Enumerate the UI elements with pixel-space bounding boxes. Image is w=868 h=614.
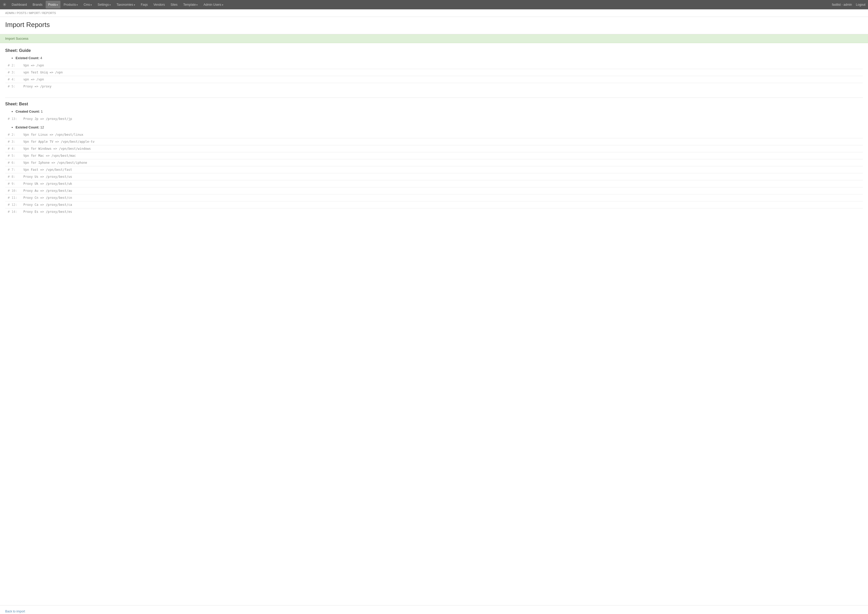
row-num: # 3: bbox=[5, 69, 21, 76]
row-text: Proxy Jp => /proxy/best/jp bbox=[21, 115, 863, 122]
nav-item-faqs[interactable]: Faqs bbox=[138, 1, 150, 9]
row-num: # 5: bbox=[5, 152, 21, 159]
table-row: # 8: Proxy Us => /proxy/best/us bbox=[5, 174, 863, 180]
row-text: Vpn for Iphone => /vpn/best/iphone bbox=[21, 159, 863, 166]
table-row: # 2: Vpn for Linux => /vpn/best/linux bbox=[5, 131, 863, 138]
row-num: # 9: bbox=[5, 180, 21, 188]
nav-item-dashboard[interactable]: Dashboard bbox=[9, 1, 29, 9]
nav-item-posts[interactable]: Posts bbox=[46, 1, 61, 9]
row-text: Vpn Fast => /vpn/best/fast bbox=[21, 166, 863, 174]
guide-existed-table: # 2: Vpn => /vpn # 3: vpn Test Uniq => /… bbox=[5, 62, 863, 90]
table-row: # 6: Vpn for Iphone => /vpn/best/iphone bbox=[5, 159, 863, 166]
table-row: # 7: Vpn Fast => /vpn/best/fast bbox=[5, 166, 863, 174]
nav-item-admin-users[interactable]: Admin Users bbox=[201, 1, 226, 9]
table-row: # 4: Vpn for Windows => /vpn/best/window… bbox=[5, 145, 863, 152]
page-title: Import Reports bbox=[5, 21, 863, 29]
row-num: # 3: bbox=[5, 138, 21, 145]
row-num: # 14: bbox=[5, 208, 21, 216]
nav-item-cms[interactable]: Cms bbox=[81, 1, 95, 9]
row-text: vpn => /vpn bbox=[21, 76, 863, 83]
table-row: # 5: Vpn for Mac => /vpn/best/mac bbox=[5, 152, 863, 159]
row-num: # 2: bbox=[5, 62, 21, 69]
table-row: # 4: vpn => /vpn bbox=[5, 76, 863, 83]
breadcrumb-posts[interactable]: POSTS bbox=[17, 11, 26, 14]
success-banner: Import Success bbox=[0, 34, 868, 43]
sheet-guide: Sheet: Guide Existed Count: 4 # 2: Vpn =… bbox=[5, 48, 863, 90]
row-text: Vpn for Apple TV => /vpn/best/apple-tv bbox=[21, 138, 863, 145]
row-text: Proxy Ca => /proxy/best/ca bbox=[21, 202, 863, 208]
logo-icon: ✳ bbox=[3, 2, 6, 8]
nav-item-brands[interactable]: Brands bbox=[30, 1, 45, 9]
navbar-right: fastlist - admin Logout bbox=[832, 3, 865, 6]
table-row: # 9: Proxy Uk => /proxy/best/uk bbox=[5, 180, 863, 188]
sheet-guide-title: Sheet: Guide bbox=[5, 48, 863, 53]
row-num: # 13: bbox=[5, 115, 21, 122]
breadcrumb-admin[interactable]: ADMIN bbox=[5, 11, 14, 14]
nav-items: Dashboard Brands Posts Products Cms Sett… bbox=[9, 1, 832, 9]
nav-item-taxonomies[interactable]: Taxonomies bbox=[114, 1, 138, 9]
nav-item-template[interactable]: Template bbox=[181, 1, 200, 9]
row-num: # 12: bbox=[5, 202, 21, 208]
nav-item-products[interactable]: Products bbox=[61, 1, 81, 9]
row-text: Vpn for Mac => /vpn/best/mac bbox=[21, 152, 863, 159]
row-text: vpn Test Uniq => /vpn bbox=[21, 69, 863, 76]
table-row: # 3: vpn Test Uniq => /vpn bbox=[5, 69, 863, 76]
nav-item-settings[interactable]: Settings bbox=[95, 1, 113, 9]
row-num: # 11: bbox=[5, 194, 21, 202]
back-to-import-link[interactable]: Back to import bbox=[5, 609, 25, 613]
row-num: # 4: bbox=[5, 76, 21, 83]
nav-item-sites[interactable]: Sites bbox=[168, 1, 180, 9]
row-num: # 2: bbox=[5, 131, 21, 138]
row-num: # 8: bbox=[5, 174, 21, 180]
row-num: # 10: bbox=[5, 188, 21, 194]
table-row: # 10: Proxy Au => /proxy/best/au bbox=[5, 188, 863, 194]
row-text: Proxy Uk => /proxy/best/uk bbox=[21, 180, 863, 188]
row-text: Proxy => /proxy bbox=[21, 83, 863, 90]
row-text: Proxy Au => /proxy/best/au bbox=[21, 188, 863, 194]
guide-existed-count-label: Existed Count: 4 bbox=[16, 56, 863, 60]
row-num: # 5: bbox=[5, 83, 21, 90]
row-text: Proxy Cn => /proxy/best/cn bbox=[21, 194, 863, 202]
sheet-best: Sheet: Best Created Count: 1 # 13: Proxy… bbox=[5, 102, 863, 215]
table-row: # 13: Proxy Jp => /proxy/best/jp bbox=[5, 115, 863, 122]
table-row: # 12: Proxy Ca => /proxy/best/ca bbox=[5, 202, 863, 208]
row-num: # 6: bbox=[5, 159, 21, 166]
page-header: Import Reports bbox=[0, 17, 868, 34]
row-text: Vpn => /vpn bbox=[21, 62, 863, 69]
best-existed-count-label: Existed Count: 12 bbox=[16, 126, 863, 129]
best-created-count-label: Created Count: 1 bbox=[16, 110, 863, 113]
row-num: # 4: bbox=[5, 145, 21, 152]
main-content: Sheet: Guide Existed Count: 4 # 2: Vpn =… bbox=[0, 43, 868, 605]
footer-link-section: Back to import bbox=[0, 605, 868, 614]
row-text: Vpn for Linux => /vpn/best/linux bbox=[21, 131, 863, 138]
table-row: # 5: Proxy => /proxy bbox=[5, 83, 863, 90]
best-created-table: # 13: Proxy Jp => /proxy/best/jp bbox=[5, 115, 863, 122]
current-user: fastlist - admin bbox=[832, 3, 852, 6]
section-divider bbox=[5, 98, 863, 98]
table-row: # 11: Proxy Cn => /proxy/best/cn bbox=[5, 194, 863, 202]
row-text: Proxy Es => /proxy/best/es bbox=[21, 208, 863, 216]
row-num: # 7: bbox=[5, 166, 21, 174]
breadcrumb: ADMIN / POSTS / IMPORT / REPORTS bbox=[0, 9, 868, 17]
sheet-best-title: Sheet: Best bbox=[5, 102, 863, 106]
navbar: ✳ Dashboard Brands Posts Products Cms Se… bbox=[0, 0, 868, 9]
nav-item-vendors[interactable]: Vendors bbox=[151, 1, 167, 9]
table-row: # 14: Proxy Es => /proxy/best/es bbox=[5, 208, 863, 216]
breadcrumb-current: REPORTS bbox=[42, 11, 56, 14]
table-row: # 3: Vpn for Apple TV => /vpn/best/apple… bbox=[5, 138, 863, 145]
table-row: # 2: Vpn => /vpn bbox=[5, 62, 863, 69]
row-text: Vpn for Windows => /vpn/best/windows bbox=[21, 145, 863, 152]
best-existed-table: # 2: Vpn for Linux => /vpn/best/linux # … bbox=[5, 131, 863, 215]
logout-link[interactable]: Logout bbox=[856, 3, 865, 6]
breadcrumb-import[interactable]: IMPORT bbox=[29, 11, 40, 14]
row-text: Proxy Us => /proxy/best/us bbox=[21, 174, 863, 180]
